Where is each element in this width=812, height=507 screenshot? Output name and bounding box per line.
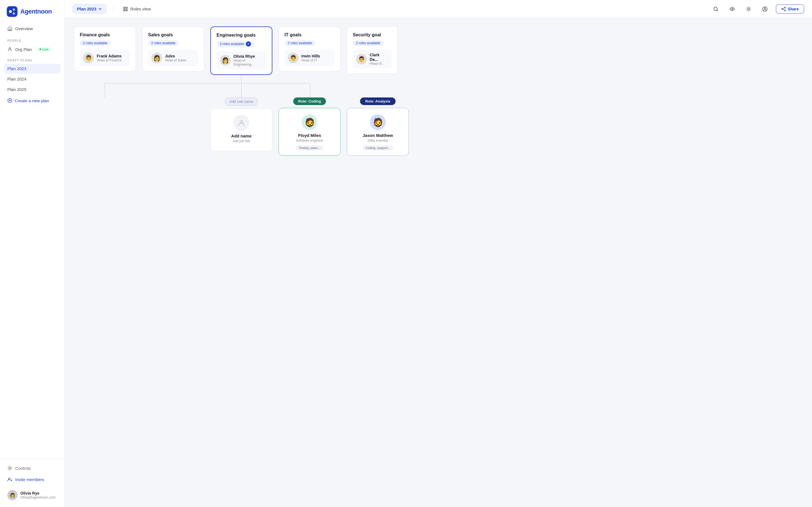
sidebar-item-overview[interactable]: Overview: [4, 23, 61, 34]
jason-matthew-card[interactable]: 🧔 Jason Matthew Data scientist Coding, s…: [347, 108, 409, 156]
user-avatar: 👩: [7, 490, 17, 500]
invite-icon: [7, 477, 12, 482]
dept-title-security: Security goal: [353, 33, 392, 38]
person-icon: [7, 47, 12, 52]
dept-title-sales: Sales goals: [148, 33, 198, 38]
user-info: Olivia Rye Olivia@agentnoon.com: [20, 491, 56, 499]
settings-button[interactable]: [743, 4, 754, 14]
dept-title-engineering: Engineering goals: [216, 33, 266, 38]
finance-roles-label: 2 roles available: [83, 41, 107, 45]
plan-2024-label: Plan 2024: [7, 76, 27, 81]
user-name: Olivia Rye: [20, 491, 56, 496]
svg-rect-11: [126, 7, 128, 11]
create-new-plan-button[interactable]: Create a new plan: [4, 96, 61, 106]
connector-lines-area: [74, 75, 803, 98]
dept-title-finance: Finance goals: [80, 33, 130, 38]
sidebar: Agentnoon Overview PEOPLE Org Plan Live …: [0, 0, 65, 507]
main-content: Plan 2023 Roles view: [65, 0, 812, 507]
svg-rect-9: [123, 7, 124, 11]
sidebar-plan-2024[interactable]: Plan 2024: [4, 74, 61, 84]
dept-card-sales[interactable]: Sales goals 2 roles available 👩 Jules He…: [142, 26, 204, 71]
sales-roles-label: 2 roles available: [151, 41, 175, 45]
sidebar-plan-2025[interactable]: Plan 2025: [4, 84, 61, 94]
share-label: Share: [788, 7, 799, 11]
sidebar-navigation: Overview PEOPLE Org Plan Live DRAFT PLAN…: [0, 23, 64, 459]
profile-button[interactable]: [760, 4, 770, 14]
add-title-label[interactable]: Add job title: [233, 139, 250, 143]
sun-icon: [746, 6, 751, 12]
security-person-card[interactable]: 👨 Clark Da... Head of...: [353, 50, 392, 68]
coding-role-badge[interactable]: Role: Coding: [293, 98, 326, 105]
plan-2023-label: Plan 2023: [7, 66, 27, 71]
org-chart: Finance goals 2 roles available 👨 Frank …: [74, 26, 803, 156]
home-icon: [7, 26, 12, 31]
frank-adams-name: Frank Adams: [97, 54, 121, 58]
svg-point-8: [8, 478, 10, 480]
svg-point-18: [784, 7, 785, 8]
svg-rect-10: [125, 7, 126, 11]
user-profile[interactable]: 👩 Olivia Rye Olivia@agentnoon.com: [4, 487, 61, 503]
plus-circle-icon: [7, 98, 12, 103]
add-name-label[interactable]: Add name: [231, 133, 252, 138]
eye-button[interactable]: [727, 4, 738, 14]
sidebar-bottom: Controls Invite members 👩 Olivia Rye Oli…: [0, 459, 64, 507]
header: Plan 2023 Roles view: [65, 0, 812, 18]
add-role-badge-area: Add role name: [225, 98, 258, 106]
svg-point-2: [13, 8, 15, 11]
frank-adams-avatar: 👨: [83, 53, 94, 63]
draft-plans-label: DRAFT PLANS: [4, 55, 61, 64]
plan-selector-label: Plan 2023: [77, 6, 96, 11]
logo-icon: [7, 6, 17, 17]
jules-avatar: 👩: [151, 53, 162, 63]
irwin-hills-title: Head of IT: [301, 58, 320, 62]
irwin-hills-name: Irwin Hills: [301, 54, 320, 58]
invite-members-button[interactable]: Invite members: [4, 474, 61, 485]
frank-adams-title: Head of Finance: [97, 58, 121, 62]
jules-name: Jules: [165, 54, 186, 58]
overview-label: Overview: [15, 26, 33, 31]
add-role-button[interactable]: +: [246, 41, 251, 47]
frank-adams-info: Frank Adams Head of Finance: [97, 54, 121, 62]
dept-card-it[interactable]: IT goals 2 roles available 👨 Irwin Hills…: [278, 26, 341, 71]
engineering-roles-label: 3 roles available: [220, 42, 244, 46]
header-divider: [113, 6, 113, 12]
coding-badge-area: Role: Coding: [293, 98, 326, 105]
roles-view-button[interactable]: Roles view: [120, 5, 154, 13]
finance-person-card[interactable]: 👨 Frank Adams Head of Finance: [80, 50, 130, 66]
dept-card-security[interactable]: Security goal 2 roles available 👨 Clark …: [347, 26, 398, 74]
add-role-name-badge[interactable]: Add role name: [225, 98, 258, 106]
jason-matthew-avatar: 🧔: [370, 114, 386, 130]
plan-selector-button[interactable]: Plan 2023: [73, 4, 106, 13]
floyd-miles-name: Floyd Miles: [298, 133, 321, 138]
it-person-card[interactable]: 👨 Irwin Hills Head of IT: [285, 50, 335, 66]
eye-icon: [729, 6, 735, 12]
clark-info: Clark Da... Head of...: [370, 53, 388, 66]
analysis-role-badge[interactable]: Role: Analysis: [360, 98, 395, 105]
search-button[interactable]: [711, 4, 721, 14]
sales-person-card[interactable]: 👩 Jules Head of Sales: [148, 50, 198, 66]
placeholder-avatar: [234, 115, 249, 131]
columns-icon: [123, 6, 128, 11]
coding-role-column: Role: Coding 🧔 Floyd Miles Software engi…: [278, 98, 341, 156]
dept-title-it: IT goals: [285, 33, 335, 38]
it-roles-label: 2 roles available: [288, 41, 312, 45]
finance-roles-badge: 2 roles available: [80, 40, 110, 46]
share-button[interactable]: Share: [776, 4, 804, 13]
controls-button[interactable]: Controls: [4, 463, 61, 473]
engineering-person-card[interactable]: 👩 Olivia Rhye Head of Engineering: [216, 51, 266, 69]
people-section-label: PEOPLE: [4, 36, 61, 44]
org-plan-label: Org Plan: [15, 47, 32, 52]
roles-row-actual: Add role name Add name Add job title: [74, 98, 803, 156]
jules-info: Jules Head of Sales: [165, 54, 186, 62]
floyd-miles-card[interactable]: 🧔 Floyd Miles Software engineer Testing,…: [278, 108, 341, 156]
sidebar-plan-2023[interactable]: Plan 2023: [4, 64, 61, 73]
it-roles-badge: 2 roles available: [285, 40, 315, 46]
sidebar-item-org-plan[interactable]: Org Plan Live: [4, 44, 61, 55]
dept-card-finance[interactable]: Finance goals 2 roles available 👨 Frank …: [74, 26, 136, 71]
dept-card-engineering[interactable]: Engineering goals 3 roles available + 👩 …: [210, 26, 272, 75]
add-role-column: Add role name Add name Add job title: [210, 98, 272, 151]
clark-title: Head of...: [370, 62, 388, 66]
placeholder-employee-card[interactable]: Add name Add job title: [210, 108, 272, 151]
search-icon: [713, 6, 719, 12]
controls-label: Controls: [15, 466, 31, 471]
